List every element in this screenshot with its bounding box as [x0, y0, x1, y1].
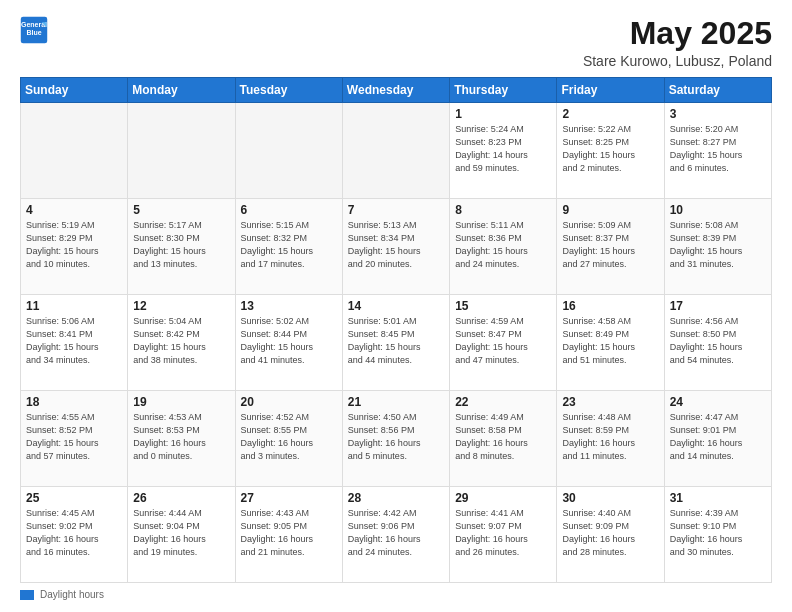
calendar-day-cell: 3Sunrise: 5:20 AM Sunset: 8:27 PM Daylig…	[664, 103, 771, 199]
calendar-day-cell: 10Sunrise: 5:08 AM Sunset: 8:39 PM Dayli…	[664, 199, 771, 295]
daylight-label: Daylight hours	[40, 589, 104, 600]
day-number: 15	[455, 299, 551, 313]
calendar-day-cell: 31Sunrise: 4:39 AM Sunset: 9:10 PM Dayli…	[664, 487, 771, 583]
calendar-day-cell: 14Sunrise: 5:01 AM Sunset: 8:45 PM Dayli…	[342, 295, 449, 391]
calendar-header-row: SundayMondayTuesdayWednesdayThursdayFrid…	[21, 78, 772, 103]
day-number: 14	[348, 299, 444, 313]
day-info: Sunrise: 4:56 AM Sunset: 8:50 PM Dayligh…	[670, 315, 766, 367]
calendar-day-cell: 23Sunrise: 4:48 AM Sunset: 8:59 PM Dayli…	[557, 391, 664, 487]
day-info: Sunrise: 5:06 AM Sunset: 8:41 PM Dayligh…	[26, 315, 122, 367]
calendar-week-row: 4Sunrise: 5:19 AM Sunset: 8:29 PM Daylig…	[21, 199, 772, 295]
day-number: 8	[455, 203, 551, 217]
day-info: Sunrise: 5:01 AM Sunset: 8:45 PM Dayligh…	[348, 315, 444, 367]
day-number: 21	[348, 395, 444, 409]
calendar-day-cell	[235, 103, 342, 199]
calendar-day-cell: 30Sunrise: 4:40 AM Sunset: 9:09 PM Dayli…	[557, 487, 664, 583]
day-info: Sunrise: 5:24 AM Sunset: 8:23 PM Dayligh…	[455, 123, 551, 175]
day-number: 2	[562, 107, 658, 121]
day-info: Sunrise: 4:44 AM Sunset: 9:04 PM Dayligh…	[133, 507, 229, 559]
day-number: 20	[241, 395, 337, 409]
calendar-day-cell: 18Sunrise: 4:55 AM Sunset: 8:52 PM Dayli…	[21, 391, 128, 487]
calendar-weekday-header: Sunday	[21, 78, 128, 103]
calendar-day-cell: 2Sunrise: 5:22 AM Sunset: 8:25 PM Daylig…	[557, 103, 664, 199]
calendar-day-cell: 26Sunrise: 4:44 AM Sunset: 9:04 PM Dayli…	[128, 487, 235, 583]
day-number: 5	[133, 203, 229, 217]
day-number: 17	[670, 299, 766, 313]
calendar-day-cell: 21Sunrise: 4:50 AM Sunset: 8:56 PM Dayli…	[342, 391, 449, 487]
day-info: Sunrise: 5:20 AM Sunset: 8:27 PM Dayligh…	[670, 123, 766, 175]
day-number: 24	[670, 395, 766, 409]
calendar-day-cell: 28Sunrise: 4:42 AM Sunset: 9:06 PM Dayli…	[342, 487, 449, 583]
calendar-day-cell	[342, 103, 449, 199]
logo: General Blue	[20, 16, 48, 44]
day-info: Sunrise: 4:53 AM Sunset: 8:53 PM Dayligh…	[133, 411, 229, 463]
calendar-day-cell: 15Sunrise: 4:59 AM Sunset: 8:47 PM Dayli…	[450, 295, 557, 391]
calendar-week-row: 25Sunrise: 4:45 AM Sunset: 9:02 PM Dayli…	[21, 487, 772, 583]
day-number: 13	[241, 299, 337, 313]
day-info: Sunrise: 5:08 AM Sunset: 8:39 PM Dayligh…	[670, 219, 766, 271]
svg-text:Blue: Blue	[26, 29, 41, 36]
page: General Blue May 2025 Stare Kurowo, Lubu…	[0, 0, 792, 612]
day-info: Sunrise: 5:17 AM Sunset: 8:30 PM Dayligh…	[133, 219, 229, 271]
day-number: 26	[133, 491, 229, 505]
day-number: 9	[562, 203, 658, 217]
calendar-day-cell: 17Sunrise: 4:56 AM Sunset: 8:50 PM Dayli…	[664, 295, 771, 391]
logo-icon: General Blue	[20, 16, 48, 44]
day-number: 30	[562, 491, 658, 505]
day-info: Sunrise: 4:45 AM Sunset: 9:02 PM Dayligh…	[26, 507, 122, 559]
day-info: Sunrise: 4:49 AM Sunset: 8:58 PM Dayligh…	[455, 411, 551, 463]
day-number: 6	[241, 203, 337, 217]
calendar-day-cell: 25Sunrise: 4:45 AM Sunset: 9:02 PM Dayli…	[21, 487, 128, 583]
calendar-day-cell: 22Sunrise: 4:49 AM Sunset: 8:58 PM Dayli…	[450, 391, 557, 487]
day-number: 10	[670, 203, 766, 217]
day-number: 23	[562, 395, 658, 409]
title-block: May 2025 Stare Kurowo, Lubusz, Poland	[583, 16, 772, 69]
calendar-day-cell: 8Sunrise: 5:11 AM Sunset: 8:36 PM Daylig…	[450, 199, 557, 295]
calendar-weekday-header: Thursday	[450, 78, 557, 103]
calendar-day-cell: 16Sunrise: 4:58 AM Sunset: 8:49 PM Dayli…	[557, 295, 664, 391]
day-number: 16	[562, 299, 658, 313]
calendar-day-cell: 1Sunrise: 5:24 AM Sunset: 8:23 PM Daylig…	[450, 103, 557, 199]
calendar-day-cell: 4Sunrise: 5:19 AM Sunset: 8:29 PM Daylig…	[21, 199, 128, 295]
calendar-weekday-header: Saturday	[664, 78, 771, 103]
calendar-weekday-header: Friday	[557, 78, 664, 103]
calendar-day-cell: 29Sunrise: 4:41 AM Sunset: 9:07 PM Dayli…	[450, 487, 557, 583]
day-number: 28	[348, 491, 444, 505]
day-info: Sunrise: 4:50 AM Sunset: 8:56 PM Dayligh…	[348, 411, 444, 463]
day-info: Sunrise: 5:11 AM Sunset: 8:36 PM Dayligh…	[455, 219, 551, 271]
day-number: 19	[133, 395, 229, 409]
day-info: Sunrise: 5:13 AM Sunset: 8:34 PM Dayligh…	[348, 219, 444, 271]
day-info: Sunrise: 4:59 AM Sunset: 8:47 PM Dayligh…	[455, 315, 551, 367]
day-number: 18	[26, 395, 122, 409]
calendar-day-cell	[128, 103, 235, 199]
day-info: Sunrise: 4:39 AM Sunset: 9:10 PM Dayligh…	[670, 507, 766, 559]
day-info: Sunrise: 4:55 AM Sunset: 8:52 PM Dayligh…	[26, 411, 122, 463]
calendar-weekday-header: Wednesday	[342, 78, 449, 103]
calendar-weekday-header: Tuesday	[235, 78, 342, 103]
daylight-legend-box	[20, 590, 34, 600]
day-number: 7	[348, 203, 444, 217]
svg-text:General: General	[21, 21, 47, 28]
day-info: Sunrise: 5:04 AM Sunset: 8:42 PM Dayligh…	[133, 315, 229, 367]
day-number: 4	[26, 203, 122, 217]
day-info: Sunrise: 5:22 AM Sunset: 8:25 PM Dayligh…	[562, 123, 658, 175]
calendar-day-cell: 5Sunrise: 5:17 AM Sunset: 8:30 PM Daylig…	[128, 199, 235, 295]
calendar-day-cell: 12Sunrise: 5:04 AM Sunset: 8:42 PM Dayli…	[128, 295, 235, 391]
calendar-day-cell: 9Sunrise: 5:09 AM Sunset: 8:37 PM Daylig…	[557, 199, 664, 295]
calendar-day-cell: 24Sunrise: 4:47 AM Sunset: 9:01 PM Dayli…	[664, 391, 771, 487]
day-number: 25	[26, 491, 122, 505]
day-info: Sunrise: 4:58 AM Sunset: 8:49 PM Dayligh…	[562, 315, 658, 367]
day-info: Sunrise: 4:40 AM Sunset: 9:09 PM Dayligh…	[562, 507, 658, 559]
calendar-week-row: 1Sunrise: 5:24 AM Sunset: 8:23 PM Daylig…	[21, 103, 772, 199]
day-number: 29	[455, 491, 551, 505]
calendar-day-cell	[21, 103, 128, 199]
header: General Blue May 2025 Stare Kurowo, Lubu…	[20, 16, 772, 69]
day-info: Sunrise: 5:19 AM Sunset: 8:29 PM Dayligh…	[26, 219, 122, 271]
day-number: 12	[133, 299, 229, 313]
calendar-day-cell: 11Sunrise: 5:06 AM Sunset: 8:41 PM Dayli…	[21, 295, 128, 391]
calendar-day-cell: 19Sunrise: 4:53 AM Sunset: 8:53 PM Dayli…	[128, 391, 235, 487]
calendar-day-cell: 7Sunrise: 5:13 AM Sunset: 8:34 PM Daylig…	[342, 199, 449, 295]
day-info: Sunrise: 4:43 AM Sunset: 9:05 PM Dayligh…	[241, 507, 337, 559]
day-number: 11	[26, 299, 122, 313]
day-number: 31	[670, 491, 766, 505]
